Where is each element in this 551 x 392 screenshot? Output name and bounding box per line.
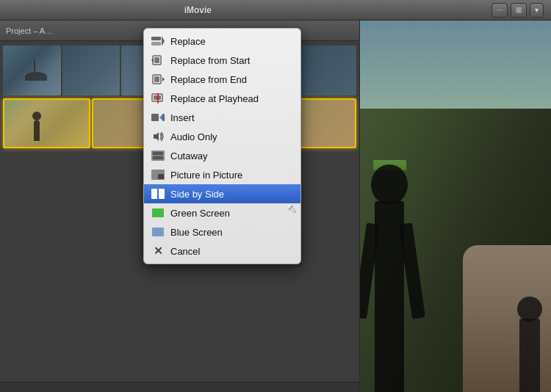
cutaway-icon <box>151 150 165 161</box>
svg-rect-10 <box>154 95 161 100</box>
svg-marker-15 <box>154 132 159 141</box>
film-clip[interactable] <box>62 46 120 95</box>
film-clip[interactable] <box>3 46 61 95</box>
side-by-side-icon <box>151 189 165 199</box>
preview-child-body <box>519 319 540 392</box>
svg-marker-13 <box>159 115 162 120</box>
svg-rect-14 <box>162 114 165 121</box>
svg-rect-20 <box>158 174 164 179</box>
layout-button[interactable]: ⊞ <box>511 3 527 18</box>
pip-icon <box>151 170 165 180</box>
menu-item-replace-start[interactable]: Replace from Start <box>144 51 300 70</box>
green-screen-icon <box>151 208 165 218</box>
menu-item-audio-only[interactable]: Audio Only <box>144 127 300 146</box>
app-title: iMovie <box>184 5 212 15</box>
svg-marker-2 <box>162 36 165 46</box>
replace-end-icon <box>151 74 165 84</box>
preview-sky <box>360 21 551 109</box>
menu-item-cancel[interactable]: ✕ Cancel <box>144 242 300 261</box>
menu-item-green-screen[interactable]: Green Screen <box>144 203 300 222</box>
replace-icon <box>151 36 165 46</box>
menu-item-replace-label: Replace <box>170 36 206 47</box>
menu-item-blue-screen[interactable]: Blue Screen <box>144 222 300 242</box>
svg-rect-4 <box>154 57 159 63</box>
menu-item-audio-only-label: Audio Only <box>170 131 217 142</box>
menu-item-replace[interactable]: Replace <box>144 32 300 51</box>
menu-item-pip-label: Picture in Picture <box>170 170 242 181</box>
menu-item-cutaway-label: Cutaway <box>170 150 208 161</box>
audio-icon <box>151 131 165 142</box>
svg-rect-7 <box>154 76 159 82</box>
menu-item-green-screen-label: Green Screen <box>170 208 230 219</box>
menu-item-replace-playhead[interactable]: Replace at Playhead <box>144 89 300 108</box>
svg-marker-8 <box>162 77 165 81</box>
insert-icon <box>151 112 165 123</box>
svg-rect-24 <box>152 228 164 236</box>
blue-screen-icon <box>151 227 165 237</box>
preview-head <box>371 164 408 205</box>
context-menu: Replace Replace from Start <box>143 28 301 264</box>
top-bar: iMovie ··· ⊞ ▾ <box>0 0 551 21</box>
menu-item-blue-screen-label: Blue Screen <box>170 227 223 238</box>
film-clip[interactable] <box>299 46 357 95</box>
svg-rect-12 <box>151 114 159 121</box>
svg-rect-0 <box>151 37 161 40</box>
project-title: Project – A… <box>6 26 53 35</box>
menu-item-replace-end-label: Replace from End <box>170 74 247 85</box>
menu-item-replace-end[interactable]: Replace from End <box>144 70 300 89</box>
replace-start-icon <box>151 55 165 65</box>
menu-item-insert[interactable]: Insert <box>144 108 300 127</box>
timeline-scrollbar[interactable] <box>0 382 359 392</box>
menu-item-cutaway[interactable]: Cutaway <box>144 146 300 165</box>
grid-view-button[interactable]: ··· <box>491 3 508 18</box>
replace-playhead-icon <box>151 93 165 104</box>
menu-item-replace-playhead-label: Replace at Playhead <box>170 93 259 104</box>
top-bar-buttons: ··· ⊞ ▾ <box>491 3 544 18</box>
film-clip-selected[interactable] <box>3 98 90 148</box>
svg-rect-21 <box>151 189 157 199</box>
preview-body <box>375 201 404 392</box>
menu-item-replace-start-label: Replace from Start <box>170 55 250 66</box>
main-area: Project – A… <box>0 21 551 392</box>
menu-item-cancel-label: Cancel <box>170 246 200 257</box>
cancel-icon: ✕ <box>151 246 165 256</box>
dropdown-button[interactable]: ▾ <box>530 3 544 18</box>
preview-child-head <box>517 297 542 322</box>
preview-panel <box>360 21 551 392</box>
timeline-panel: Project – A… <box>0 21 360 392</box>
menu-item-side-by-side[interactable]: Side by Side <box>144 184 300 203</box>
preview-content <box>360 21 551 392</box>
svg-rect-23 <box>152 208 164 217</box>
menu-item-side-by-side-label: Side by Side <box>170 189 224 200</box>
svg-rect-22 <box>159 189 165 199</box>
menu-item-pip[interactable]: Picture in Picture <box>144 165 300 184</box>
svg-rect-1 <box>151 42 161 46</box>
menu-item-insert-label: Insert <box>170 112 195 123</box>
